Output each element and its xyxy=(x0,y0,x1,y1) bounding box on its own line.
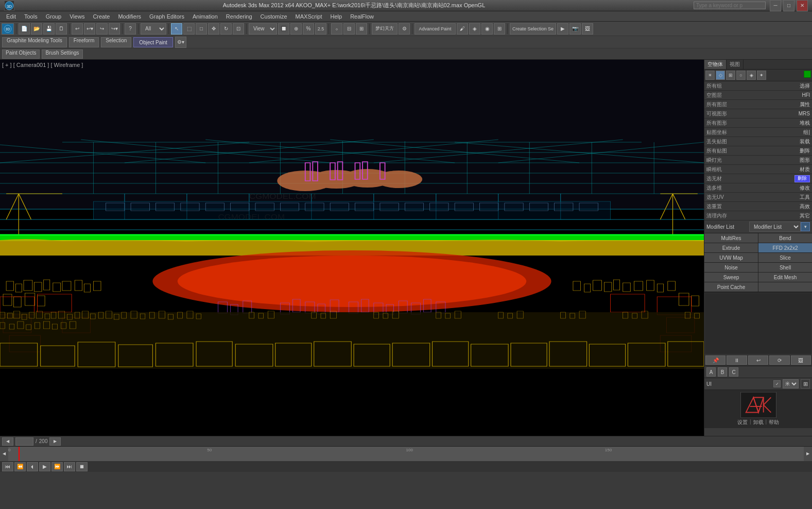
select-square-tool[interactable]: □ xyxy=(196,23,207,35)
timeline-prev[interactable]: ◀ xyxy=(0,447,8,461)
mod-sweep[interactable]: Sweep xyxy=(704,273,758,282)
rotate-tool[interactable]: ↻ xyxy=(220,23,232,35)
undo-button[interactable]: ↩ xyxy=(72,23,83,35)
ui-checkbox[interactable]: ✓ xyxy=(773,380,781,387)
menu-graph-editors[interactable]: Graph Editors xyxy=(145,11,188,22)
scale-tool[interactable]: ⊡ xyxy=(233,23,244,35)
open-button[interactable]: 📂 xyxy=(31,23,42,35)
render-button[interactable]: 🖼 xyxy=(791,355,811,365)
menu-help[interactable]: Help xyxy=(326,11,347,22)
menu-customize[interactable]: Customize xyxy=(256,11,291,22)
star-icon[interactable]: ◈ xyxy=(747,71,756,80)
modifier-dropdown-arrow[interactable]: ▾ xyxy=(801,222,810,231)
extra-button[interactable]: ⚙ xyxy=(399,23,410,35)
timeline-track[interactable]: 0 50 100 150 200 xyxy=(8,447,804,461)
paint-icon-3[interactable]: ◉ xyxy=(481,23,493,35)
tab-object[interactable]: 空物体 xyxy=(704,60,727,69)
color-a[interactable]: A xyxy=(706,367,716,377)
redo-button[interactable]: ↪ xyxy=(96,23,108,35)
mod-noise[interactable]: Noise xyxy=(704,263,758,272)
mirror-tool[interactable]: ⬦ xyxy=(331,23,342,35)
paint-objects-button[interactable]: Paint Objects xyxy=(2,49,40,59)
mod-uvwmap[interactable]: UVW Map xyxy=(704,253,758,262)
prev-key-button[interactable]: ⏪ xyxy=(14,462,26,471)
options-button[interactable]: ⚙▾ xyxy=(175,37,186,48)
advanced-paint-button[interactable]: Advanced Paint xyxy=(414,23,456,35)
align-tool[interactable]: ⊟ xyxy=(343,23,355,35)
percent-snap[interactable]: % xyxy=(303,23,314,35)
load-button[interactable]: ⟳ xyxy=(769,355,789,365)
snap-toggle[interactable]: 🔲 xyxy=(278,23,289,35)
diamond-icon[interactable]: ◇ xyxy=(716,71,725,80)
timeline[interactable]: ◀ 0 50 100 150 200 ▶ xyxy=(0,446,812,461)
stop-button[interactable]: ⏹ xyxy=(76,462,88,471)
minimize-button[interactable]: ─ xyxy=(770,0,781,11)
mod-bend[interactable]: Bend xyxy=(758,233,812,243)
menu-edit[interactable]: Edit xyxy=(2,11,20,22)
current-frame-input[interactable]: 0 xyxy=(15,437,33,446)
save-as-button[interactable]: 🗒 xyxy=(56,23,67,35)
new-button[interactable]: 📄 xyxy=(19,23,30,35)
save-button[interactable]: 💾 xyxy=(43,23,55,35)
undo-history-button[interactable]: ↩▾ xyxy=(84,23,95,35)
menu-animation[interactable]: Animation xyxy=(188,11,222,22)
help-link[interactable]: 帮助 xyxy=(769,419,779,426)
mod-ffd[interactable]: FFD 2x2x2 xyxy=(758,243,812,252)
graphite-modeling-button[interactable]: Graphite Modeling Tools xyxy=(2,37,67,47)
sparkle-icon[interactable]: ✦ xyxy=(757,71,766,80)
dreamland-button[interactable]: 梦幻天方 xyxy=(372,23,398,35)
render-icon-2[interactable]: 📷 xyxy=(569,23,581,35)
menu-create[interactable]: Create xyxy=(89,11,114,22)
mod-shell[interactable]: Shell xyxy=(758,263,812,272)
selection-button[interactable]: Selection xyxy=(101,37,131,47)
select-region-tool[interactable]: ⬚ xyxy=(183,23,195,35)
mod-editmesh[interactable]: Edit Mesh xyxy=(758,273,812,282)
move-tool[interactable]: ✥ xyxy=(208,23,219,35)
color-c[interactable]: C xyxy=(729,367,738,377)
ui-dropdown[interactable]: 米 xyxy=(783,379,799,388)
grid-icon[interactable]: ⊞ xyxy=(726,71,735,80)
search-input[interactable] xyxy=(694,2,766,9)
mod-pointcache[interactable]: Point Cache xyxy=(704,282,758,292)
timeline-next[interactable]: ▶ xyxy=(804,447,812,461)
menu-group[interactable]: Group xyxy=(42,11,66,22)
paint-icon-2[interactable]: ◈ xyxy=(469,23,480,35)
modifier-dropdown[interactable]: Modifier List xyxy=(749,222,801,232)
mod-slice[interactable]: Slice xyxy=(758,253,812,262)
play-button[interactable]: ▶ xyxy=(39,462,50,471)
ui-extra-button[interactable]: ⊞ xyxy=(801,379,810,388)
prev-frame-button[interactable]: ◀ xyxy=(2,437,13,446)
next-key-button[interactable]: ⏩ xyxy=(51,462,63,471)
menu-tools[interactable]: Tools xyxy=(20,11,42,22)
menu-views[interactable]: Views xyxy=(65,11,89,22)
select-tool[interactable]: ↖ xyxy=(171,23,182,35)
pin-stack-button[interactable]: 📌 xyxy=(705,355,725,365)
redo-history-button[interactable]: ↪▾ xyxy=(109,23,120,35)
color-b[interactable]: B xyxy=(718,367,727,377)
help-button[interactable]: ? xyxy=(125,23,136,35)
render-icon-1[interactable]: ▶ xyxy=(557,23,568,35)
mod-multires[interactable]: MultiRes xyxy=(704,233,758,243)
freeform-button[interactable]: Freeform xyxy=(69,37,99,47)
settings-button[interactable]: 设置 xyxy=(737,419,748,426)
mod-extrude[interactable]: Extrude xyxy=(704,243,758,252)
menu-maxscript[interactable]: MAXScript xyxy=(291,11,326,22)
brush-settings-button[interactable]: Brush Settings xyxy=(42,49,82,59)
view-dropdown[interactable]: View xyxy=(249,23,277,35)
maximize-button[interactable]: □ xyxy=(783,0,794,11)
close-button[interactable]: ✕ xyxy=(797,0,808,11)
goto-start-button[interactable]: ⏮ xyxy=(2,462,13,471)
layer-tool[interactable]: ⊞ xyxy=(356,23,367,35)
angle-snap[interactable]: ⊕ xyxy=(290,23,302,35)
unload-button[interactable]: 卸载 xyxy=(753,419,764,426)
pause-button[interactable]: ⏸ xyxy=(727,355,747,365)
paint-icon-1[interactable]: 🖌 xyxy=(457,23,468,35)
menu-modifiers[interactable]: Modifiers xyxy=(114,11,145,22)
selection-dropdown[interactable]: All xyxy=(141,23,166,35)
play-reverse-button[interactable]: ⏴ xyxy=(27,462,38,471)
paint-icon-4[interactable]: ⊞ xyxy=(494,23,505,35)
goto-end-button[interactable]: ⏭ xyxy=(64,462,75,471)
render-icon-3[interactable]: 🖼 xyxy=(582,23,593,35)
modifier-stack[interactable] xyxy=(704,293,812,354)
circle-icon[interactable]: ○ xyxy=(736,71,746,80)
